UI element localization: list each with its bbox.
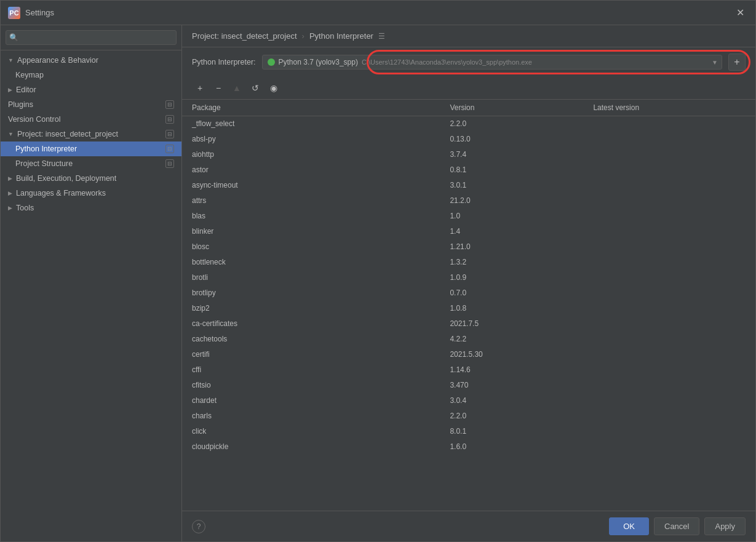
pkg-version: 4.2.2	[440, 332, 583, 347]
sidebar-item-languages[interactable]: ▶ Languages & Frameworks	[1, 186, 181, 201]
table-row[interactable]: click 8.0.1	[182, 424, 755, 439]
table-row[interactable]: cfitsio 3.470	[182, 378, 755, 393]
pkg-version: 8.0.1	[440, 424, 583, 439]
arrow-icon-tools: ▶	[8, 205, 12, 211]
table-row[interactable]: cloudpickle 1.6.0	[182, 439, 755, 455]
pkg-latest	[583, 316, 755, 332]
table-row[interactable]: bottleneck 1.3.2	[182, 255, 755, 270]
up-package-button[interactable]: ▲	[229, 81, 245, 95]
sidebar-item-editor[interactable]: ▶ Editor	[1, 82, 181, 97]
pkg-name: cffi	[182, 362, 440, 378]
title-bar: PC Settings ✕	[1, 1, 755, 25]
pkg-name: bzip2	[182, 301, 440, 316]
package-toolbar: + − ▲ ↺ ◉	[182, 77, 755, 100]
pkg-version: 1.14.6	[440, 362, 583, 378]
pkg-name: click	[182, 424, 440, 439]
ps-indicator: ⊟	[165, 159, 174, 168]
pkg-latest	[583, 347, 755, 362]
pkg-version: 0.13.0	[440, 132, 583, 147]
sidebar-item-keymap[interactable]: Keymap	[1, 68, 181, 82]
interpreter-label: Python Interpreter:	[192, 58, 256, 66]
apply-button[interactable]: Apply	[704, 517, 746, 535]
sidebar-label-keymap: Keymap	[15, 71, 44, 79]
arrow-icon-languages: ▶	[8, 190, 12, 196]
sidebar-item-plugins[interactable]: Plugins ⊟	[1, 97, 181, 112]
pkg-latest	[583, 285, 755, 301]
pkg-name: brotli	[182, 270, 440, 285]
table-row[interactable]: attrs 21.2.0	[182, 193, 755, 209]
sidebar-label-tools: Tools	[16, 204, 34, 212]
pkg-version: 2.2.0	[440, 408, 583, 424]
table-row[interactable]: ca-certificates 2021.7.5	[182, 316, 755, 332]
table-row[interactable]: aiohttp 3.7.4	[182, 147, 755, 162]
sidebar-item-version-control[interactable]: Version Control ⊟	[1, 112, 181, 127]
pkg-name: aiohttp	[182, 147, 440, 162]
table-row[interactable]: async-timeout 3.0.1	[182, 178, 755, 193]
pkg-name: _tflow_select	[182, 116, 440, 132]
eye-button[interactable]: ◉	[266, 81, 282, 95]
sidebar-item-appearance[interactable]: ▼ Appearance & Behavior	[1, 53, 181, 68]
table-row[interactable]: absl-py 0.13.0	[182, 132, 755, 147]
col-header-version: Version	[440, 100, 583, 116]
table-row[interactable]: cffi 1.14.6	[182, 362, 755, 378]
sidebar-item-python-interpreter[interactable]: Python Interpreter ⊟	[1, 141, 181, 156]
plugins-indicator: ⊟	[165, 100, 174, 109]
refresh-button[interactable]: ↺	[247, 81, 263, 95]
pkg-version: 1.21.0	[440, 239, 583, 255]
table-row[interactable]: chardet 3.0.4	[182, 393, 755, 408]
sidebar-item-project-structure[interactable]: Project Structure ⊟	[1, 156, 181, 171]
help-button[interactable]: ?	[192, 520, 205, 533]
pkg-latest	[583, 424, 755, 439]
remove-package-button[interactable]: −	[210, 81, 226, 95]
pkg-latest	[583, 378, 755, 393]
pkg-name: astor	[182, 162, 440, 178]
main-content: 🔍 ▼ Appearance & Behavior Keymap ▶ Edito…	[1, 25, 755, 541]
breadcrumb-current: Python Interpreter	[309, 31, 373, 41]
table-row[interactable]: certifi 2021.5.30	[182, 347, 755, 362]
table-row[interactable]: brotli 1.0.9	[182, 270, 755, 285]
pkg-latest	[583, 116, 755, 132]
sidebar-label-languages: Languages & Frameworks	[16, 189, 106, 197]
table-row[interactable]: blosc 1.21.0	[182, 239, 755, 255]
panel-menu-icon[interactable]: ☰	[378, 32, 385, 41]
add-interpreter-button[interactable]: +	[728, 54, 746, 71]
col-header-package: Package	[182, 100, 440, 116]
vc-indicator: ⊟	[165, 115, 174, 124]
interpreter-selector[interactable]: Python 3.7 (yolov3_spp) C:\Users\12743\A…	[262, 55, 722, 70]
pkg-latest	[583, 332, 755, 347]
search-input[interactable]	[6, 30, 177, 45]
table-row[interactable]: astor 0.8.1	[182, 162, 755, 178]
table-row[interactable]: cachetools 4.2.2	[182, 332, 755, 347]
pkg-name: brotlipy	[182, 285, 440, 301]
table-row[interactable]: blas 1.0	[182, 209, 755, 224]
pkg-latest	[583, 193, 755, 209]
table-row[interactable]: charls 2.2.0	[182, 408, 755, 424]
pkg-version: 1.0	[440, 209, 583, 224]
cancel-button[interactable]: Cancel	[654, 517, 699, 535]
pkg-latest	[583, 224, 755, 239]
pkg-version: 3.0.4	[440, 393, 583, 408]
sidebar-label-editor: Editor	[16, 86, 36, 94]
sidebar-item-tools[interactable]: ▶ Tools	[1, 201, 181, 215]
panel-header: Project: insect_detect_project › Python …	[182, 25, 755, 47]
breadcrumb-separator: ›	[302, 31, 304, 41]
table-row[interactable]: _tflow_select 2.2.0	[182, 116, 755, 132]
pkg-latest	[583, 270, 755, 285]
pkg-latest	[583, 408, 755, 424]
pkg-latest	[583, 362, 755, 378]
settings-dialog: PC Settings ✕ 🔍 ▼ Appearance & Behavior	[0, 0, 756, 542]
close-button[interactable]: ✕	[733, 6, 748, 20]
interpreter-value: Python 3.7 (yolov3_spp)	[279, 58, 358, 66]
sidebar-item-build[interactable]: ▶ Build, Execution, Deployment	[1, 171, 181, 186]
sidebar-label-python-interpreter: Python Interpreter	[15, 145, 77, 153]
pkg-version: 1.3.2	[440, 255, 583, 270]
sidebar-item-project[interactable]: ▼ Project: insect_detect_project ⊟	[1, 127, 181, 141]
table-row[interactable]: brotlipy 0.7.0	[182, 285, 755, 301]
add-package-button[interactable]: +	[192, 81, 208, 95]
pkg-version: 1.0.9	[440, 270, 583, 285]
ok-button[interactable]: OK	[609, 517, 649, 535]
table-row[interactable]: bzip2 1.0.8	[182, 301, 755, 316]
arrow-icon: ▼	[8, 57, 14, 63]
table-row[interactable]: blinker 1.4	[182, 224, 755, 239]
pkg-version: 1.6.0	[440, 439, 583, 455]
